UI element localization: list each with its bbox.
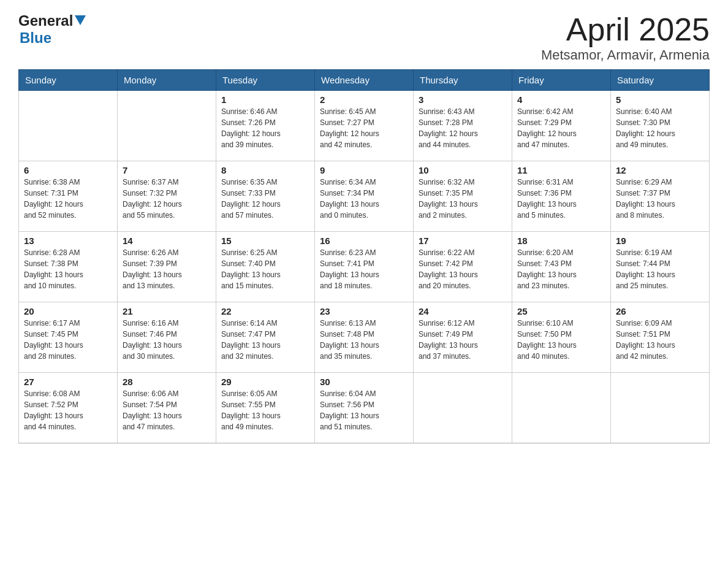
day-number: 15: [221, 236, 309, 246]
day-number: 12: [616, 165, 704, 175]
calendar-week-row: 1Sunrise: 6:46 AM Sunset: 7:26 PM Daylig…: [19, 91, 710, 161]
day-info: Sunrise: 6:14 AM Sunset: 7:47 PM Dayligh…: [221, 318, 309, 362]
day-info: Sunrise: 6:37 AM Sunset: 7:32 PM Dayligh…: [123, 177, 211, 221]
calendar-cell: 1Sunrise: 6:46 AM Sunset: 7:26 PM Daylig…: [216, 91, 315, 161]
day-info: Sunrise: 6:04 AM Sunset: 7:56 PM Dayligh…: [320, 388, 408, 432]
day-info: Sunrise: 6:08 AM Sunset: 7:52 PM Dayligh…: [24, 388, 112, 432]
day-info: Sunrise: 6:12 AM Sunset: 7:49 PM Dayligh…: [419, 318, 507, 362]
calendar-week-row: 20Sunrise: 6:17 AM Sunset: 7:45 PM Dayli…: [19, 302, 710, 373]
calendar-cell: 3Sunrise: 6:43 AM Sunset: 7:28 PM Daylig…: [414, 91, 512, 161]
day-info: Sunrise: 6:17 AM Sunset: 7:45 PM Dayligh…: [24, 318, 112, 362]
day-number: 4: [517, 94, 605, 105]
calendar-cell: 30Sunrise: 6:04 AM Sunset: 7:56 PM Dayli…: [315, 373, 414, 443]
day-number: 17: [419, 236, 507, 246]
day-number: 2: [320, 94, 408, 105]
day-number: 21: [123, 306, 211, 316]
day-number: 29: [221, 377, 309, 387]
calendar-cell: 9Sunrise: 6:34 AM Sunset: 7:34 PM Daylig…: [315, 161, 414, 232]
day-number: 19: [616, 236, 704, 246]
calendar-day-header: Wednesday: [315, 70, 414, 91]
logo-arrow-icon: [75, 15, 86, 29]
day-info: Sunrise: 6:13 AM Sunset: 7:48 PM Dayligh…: [320, 318, 408, 362]
calendar-cell: 19Sunrise: 6:19 AM Sunset: 7:44 PM Dayli…: [611, 232, 710, 302]
day-info: Sunrise: 6:40 AM Sunset: 7:30 PM Dayligh…: [616, 106, 704, 150]
day-info: Sunrise: 6:32 AM Sunset: 7:35 PM Dayligh…: [419, 177, 507, 221]
day-info: Sunrise: 6:45 AM Sunset: 7:27 PM Dayligh…: [320, 106, 408, 150]
day-number: 25: [517, 306, 605, 316]
page-title: April 2025: [541, 12, 710, 47]
calendar-cell: 17Sunrise: 6:22 AM Sunset: 7:42 PM Dayli…: [414, 232, 512, 302]
day-number: 23: [320, 306, 408, 316]
title-block: April 2025 Metsamor, Armavir, Armenia: [541, 12, 710, 63]
day-number: 5: [616, 94, 704, 105]
calendar-cell: [414, 373, 512, 443]
day-info: Sunrise: 6:09 AM Sunset: 7:51 PM Dayligh…: [616, 318, 704, 362]
calendar-cell: 2Sunrise: 6:45 AM Sunset: 7:27 PM Daylig…: [315, 91, 414, 161]
day-number: 18: [517, 236, 605, 246]
day-number: 11: [517, 165, 605, 175]
day-number: 16: [320, 236, 408, 246]
day-info: Sunrise: 6:43 AM Sunset: 7:28 PM Dayligh…: [419, 106, 507, 150]
calendar-cell: 5Sunrise: 6:40 AM Sunset: 7:30 PM Daylig…: [611, 91, 710, 161]
day-info: Sunrise: 6:29 AM Sunset: 7:37 PM Dayligh…: [616, 177, 704, 221]
calendar-cell: 11Sunrise: 6:31 AM Sunset: 7:36 PM Dayli…: [512, 161, 611, 232]
calendar-cell: 7Sunrise: 6:37 AM Sunset: 7:32 PM Daylig…: [118, 161, 216, 232]
day-info: Sunrise: 6:20 AM Sunset: 7:43 PM Dayligh…: [517, 247, 605, 291]
day-number: 22: [221, 306, 309, 316]
day-number: 14: [123, 236, 211, 246]
day-info: Sunrise: 6:34 AM Sunset: 7:34 PM Dayligh…: [320, 177, 408, 221]
day-number: 7: [123, 165, 211, 175]
calendar-day-header: Thursday: [414, 70, 512, 91]
calendar-day-header: Saturday: [611, 70, 710, 91]
calendar-cell: [611, 373, 710, 443]
day-info: Sunrise: 6:22 AM Sunset: 7:42 PM Dayligh…: [419, 247, 507, 291]
day-number: 26: [616, 306, 704, 316]
calendar-week-row: 27Sunrise: 6:08 AM Sunset: 7:52 PM Dayli…: [19, 373, 710, 443]
calendar-cell: 16Sunrise: 6:23 AM Sunset: 7:41 PM Dayli…: [315, 232, 414, 302]
calendar-cell: 20Sunrise: 6:17 AM Sunset: 7:45 PM Dayli…: [19, 302, 118, 373]
calendar-cell: [19, 91, 118, 161]
calendar-day-header: Friday: [512, 70, 611, 91]
calendar-day-header: Monday: [118, 70, 216, 91]
calendar-cell: 15Sunrise: 6:25 AM Sunset: 7:40 PM Dayli…: [216, 232, 315, 302]
calendar-cell: 29Sunrise: 6:05 AM Sunset: 7:55 PM Dayli…: [216, 373, 315, 443]
day-number: 27: [24, 377, 112, 387]
page-header: General Blue April 2025 Metsamor, Armavi…: [18, 12, 710, 63]
calendar-cell: 23Sunrise: 6:13 AM Sunset: 7:48 PM Dayli…: [315, 302, 414, 373]
day-info: Sunrise: 6:38 AM Sunset: 7:31 PM Dayligh…: [24, 177, 112, 221]
calendar-header-row: SundayMondayTuesdayWednesdayThursdayFrid…: [19, 70, 710, 91]
day-info: Sunrise: 6:46 AM Sunset: 7:26 PM Dayligh…: [221, 106, 309, 150]
day-info: Sunrise: 6:19 AM Sunset: 7:44 PM Dayligh…: [616, 247, 704, 291]
calendar-week-row: 13Sunrise: 6:28 AM Sunset: 7:38 PM Dayli…: [19, 232, 710, 302]
day-info: Sunrise: 6:06 AM Sunset: 7:54 PM Dayligh…: [123, 388, 211, 432]
calendar-day-header: Sunday: [19, 70, 118, 91]
day-number: 9: [320, 165, 408, 175]
calendar-cell: 22Sunrise: 6:14 AM Sunset: 7:47 PM Dayli…: [216, 302, 315, 373]
day-number: 10: [419, 165, 507, 175]
day-number: 1: [221, 94, 309, 105]
logo-general-text: General: [18, 12, 73, 29]
calendar-cell: 14Sunrise: 6:26 AM Sunset: 7:39 PM Dayli…: [118, 232, 216, 302]
calendar-day-header: Tuesday: [216, 70, 315, 91]
day-number: 6: [24, 165, 112, 175]
day-number: 13: [24, 236, 112, 246]
logo-blue-text: Blue: [20, 29, 51, 46]
day-number: 28: [123, 377, 211, 387]
day-number: 24: [419, 306, 507, 316]
day-info: Sunrise: 6:23 AM Sunset: 7:41 PM Dayligh…: [320, 247, 408, 291]
day-info: Sunrise: 6:42 AM Sunset: 7:29 PM Dayligh…: [517, 106, 605, 150]
day-number: 3: [419, 94, 507, 105]
calendar-cell: 10Sunrise: 6:32 AM Sunset: 7:35 PM Dayli…: [414, 161, 512, 232]
calendar-cell: 13Sunrise: 6:28 AM Sunset: 7:38 PM Dayli…: [19, 232, 118, 302]
day-number: 8: [221, 165, 309, 175]
day-info: Sunrise: 6:31 AM Sunset: 7:36 PM Dayligh…: [517, 177, 605, 221]
logo: General Blue: [18, 12, 86, 47]
calendar-cell: 27Sunrise: 6:08 AM Sunset: 7:52 PM Dayli…: [19, 373, 118, 443]
svg-marker-0: [75, 15, 86, 25]
calendar-cell: 12Sunrise: 6:29 AM Sunset: 7:37 PM Dayli…: [611, 161, 710, 232]
day-info: Sunrise: 6:35 AM Sunset: 7:33 PM Dayligh…: [221, 177, 309, 221]
day-info: Sunrise: 6:26 AM Sunset: 7:39 PM Dayligh…: [123, 247, 211, 291]
calendar-cell: 4Sunrise: 6:42 AM Sunset: 7:29 PM Daylig…: [512, 91, 611, 161]
calendar-cell: 18Sunrise: 6:20 AM Sunset: 7:43 PM Dayli…: [512, 232, 611, 302]
day-info: Sunrise: 6:10 AM Sunset: 7:50 PM Dayligh…: [517, 318, 605, 362]
